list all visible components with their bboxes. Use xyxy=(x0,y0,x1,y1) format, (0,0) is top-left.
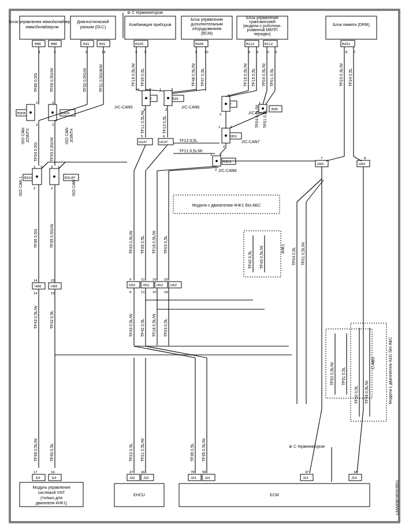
svg-text:B353: B353 xyxy=(223,160,232,163)
svg-text:B231: B231 xyxy=(342,42,351,46)
svg-text:TF32 0,5G/W: TF32 0,5G/W xyxy=(83,68,87,92)
svg-text:Модели с двигателем 4JJ1 без А: Модели с двигателем 4JJ1 без АБС xyxy=(388,337,393,404)
svg-text:TF35 0,5G/W: TF35 0,5G/W xyxy=(50,224,54,248)
svg-text:26: 26 xyxy=(141,470,145,474)
svg-text:TF01 0,5L: TF01 0,5L xyxy=(270,68,274,87)
svg-text:(BCM): (BCM) xyxy=(201,31,213,36)
svg-text:TF43 0,5L/W: TF43 0,5L/W xyxy=(34,305,38,329)
svg-text:37: 37 xyxy=(305,470,309,474)
svg-text:TF22 0,5L: TF22 0,5L xyxy=(129,443,133,462)
svg-text:J22: J22 xyxy=(129,476,135,479)
conn-B31a: B31 xyxy=(81,40,94,47)
svg-text:TF47 0,5L: TF47 0,5L xyxy=(200,68,204,87)
svg-text:B88: B88 xyxy=(35,42,41,46)
svg-text:B29: B29 xyxy=(172,97,179,100)
svg-text:B31: B31 xyxy=(99,42,106,46)
svg-text:TF19 0,5L/W: TF19 0,5L/W xyxy=(131,63,135,87)
conn-B348: B348 xyxy=(194,40,208,47)
svg-text:H147: H147 xyxy=(139,140,147,144)
svg-text:J/C-CAN8: J/C-CAN8 xyxy=(218,168,237,173)
svg-text:Блок памяти (DRM): Блок памяти (DRM) xyxy=(333,23,370,27)
component-dlc: Диагностический разъем (DLC) xyxy=(70,16,116,39)
svg-text:H90: H90 xyxy=(317,162,324,166)
component-tcu: Блок управления трансмиссией (модели с р… xyxy=(237,16,288,39)
svg-text:E4: E4 xyxy=(36,476,40,479)
svg-text:TF18 0,5L/W: TF18 0,5L/W xyxy=(152,313,156,337)
conn-B88a: B88 xyxy=(32,40,45,47)
svg-text:JOINT3: JOINT3 xyxy=(25,129,29,143)
svg-text:J14: J14 xyxy=(303,476,308,479)
conn-B112a: B112 xyxy=(245,40,259,47)
svg-text:TF01 0,5L: TF01 0,5L xyxy=(263,110,267,128)
svg-text:TF12 0,5L: TF12 0,5L xyxy=(179,138,198,143)
svg-text:TF43 0,5L/W: TF43 0,5L/W xyxy=(259,245,263,269)
component-cluster: Комбинация приборов xyxy=(125,16,176,39)
conn-B88b: B88 xyxy=(49,40,61,47)
svg-point-167 xyxy=(225,134,227,137)
svg-text:TF52 0,5L/W: TF52 0,5L/W xyxy=(330,362,334,385)
svg-text:TF43 0,5L/W: TF43 0,5L/W xyxy=(129,313,133,337)
svg-text:TF36 0,5G: TF36 0,5G xyxy=(34,229,38,248)
svg-text:14: 14 xyxy=(34,279,38,282)
svg-text:J/C-CAN5: J/C-CAN5 xyxy=(114,105,133,109)
svg-text:H52: H52 xyxy=(129,283,136,287)
component-drm: Блок памяти (DRM) xyxy=(326,16,377,39)
svg-text:TF42 0,5L: TF42 0,5L xyxy=(248,250,252,269)
svg-rect-8 xyxy=(125,16,176,39)
svg-point-62 xyxy=(29,111,32,114)
conn-B105: B105 xyxy=(134,40,148,47)
svg-text:ISO CAN: ISO CAN xyxy=(21,128,25,144)
svg-text:58: 58 xyxy=(202,470,206,474)
svg-text:системой VNT: системой VNT xyxy=(38,490,65,494)
svg-text:(только для: (только для xyxy=(40,496,62,500)
svg-text:Диагностический: Диагностический xyxy=(77,20,109,24)
svg-text:B308: B308 xyxy=(17,111,26,115)
svg-text:B28: B28 xyxy=(272,107,278,111)
svg-text:TF31 0,5G/A/W: TF31 0,5G/A/W xyxy=(99,64,103,92)
svg-text:16: 16 xyxy=(164,290,168,294)
svg-rect-21 xyxy=(326,16,377,39)
svg-text:оборудованием: оборудованием xyxy=(192,27,222,31)
svg-text:H90: H90 xyxy=(359,162,366,166)
svg-text:10: 10 xyxy=(204,50,209,54)
svg-text:TF42 0,5L: TF42 0,5L xyxy=(50,310,54,329)
svg-text:B31: B31 xyxy=(83,42,90,46)
svg-text:J14: J14 xyxy=(204,476,210,479)
svg-text:ISO CAN 1: ISO CAN 1 xyxy=(18,176,23,196)
svg-point-88 xyxy=(53,175,55,178)
svg-text:17: 17 xyxy=(34,470,38,474)
svg-text:11: 11 xyxy=(141,278,145,281)
svg-text:TF03 0,5L: TF03 0,5L xyxy=(163,319,168,337)
svg-text:двигателя 4HK1): двигателя 4HK1) xyxy=(36,501,67,505)
svg-text:H88: H88 xyxy=(35,284,42,288)
svg-text:TF35 0,5L/W: TF35 0,5L/W xyxy=(202,438,206,462)
svg-text:TF06 0,5G/W: TF06 0,5G/W xyxy=(50,68,54,92)
conn-B112b: B112 xyxy=(263,40,277,47)
svg-text:TF16 0,5L/W: TF16 0,5L/W xyxy=(243,63,247,87)
svg-text:TF39 0,5L/W: TF39 0,5L/W xyxy=(34,438,38,462)
svg-text:ISO CAN: ISO CAN xyxy=(65,128,69,144)
svg-text:Модуль управления: Модуль управления xyxy=(33,485,70,490)
svg-text:TF49 0,5L/W: TF49 0,5L/W xyxy=(365,380,369,404)
svg-text:передач): передач) xyxy=(254,32,270,36)
terminator-top: ⊛ С терминатором xyxy=(127,10,163,15)
svg-text:TF03 0,5L: TF03 0,5L xyxy=(163,235,168,254)
svg-text:C-ABS: C-ABS xyxy=(371,357,375,369)
svg-text:J22: J22 xyxy=(143,476,149,479)
svg-point-160 xyxy=(262,107,264,110)
svg-text:78: 78 xyxy=(191,470,195,474)
svg-text:TF13 0,5L: TF13 0,5L xyxy=(162,115,166,134)
svg-text:Блок управления: Блок управления xyxy=(191,17,223,22)
svg-point-155 xyxy=(225,103,227,105)
svg-text:J14: J14 xyxy=(191,476,196,479)
svg-text:10: 10 xyxy=(153,290,157,294)
svg-text:TF15 0,5L: TF15 0,5L xyxy=(251,68,255,87)
svg-text:B88: B88 xyxy=(51,42,57,46)
svg-text:TF36 0,5L: TF36 0,5L xyxy=(190,443,194,462)
svg-text:J/C-CAN6: J/C-CAN6 xyxy=(181,105,200,109)
svg-text:E4: E4 xyxy=(52,476,57,479)
svg-text:TF86 0,5G: TF86 0,5G xyxy=(34,73,38,92)
svg-text:Блок управления иммобилайзером: Блок управления иммобилайзером xyxy=(9,20,76,24)
svg-text:TF20 0,5L: TF20 0,5L xyxy=(140,68,144,87)
svg-text:H52: H52 xyxy=(143,283,150,287)
